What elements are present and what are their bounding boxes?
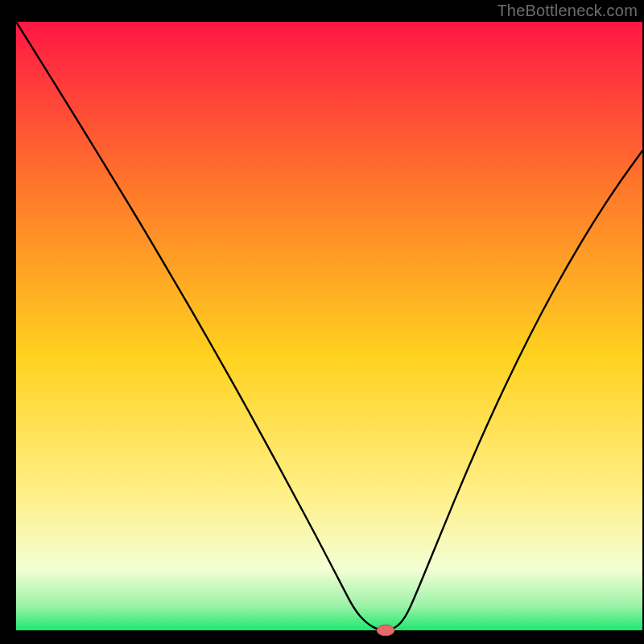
optimum-marker bbox=[377, 625, 394, 636]
chart-frame: TheBottleneck.com bbox=[0, 0, 644, 644]
watermark-text: TheBottleneck.com bbox=[497, 2, 638, 20]
gradient-background bbox=[16, 22, 642, 630]
bottleneck-chart bbox=[0, 0, 644, 644]
